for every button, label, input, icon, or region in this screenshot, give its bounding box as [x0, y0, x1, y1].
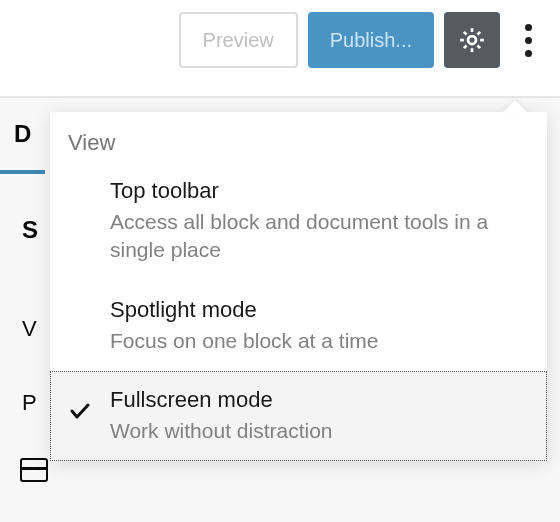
panel-section-s: S — [22, 216, 38, 244]
document-tab[interactable]: D — [0, 98, 45, 174]
gear-icon — [457, 25, 487, 55]
settings-button[interactable] — [444, 12, 500, 68]
menu-item-fullscreen-mode[interactable]: Fullscreen mode Work without distraction — [50, 371, 547, 461]
more-options-button[interactable] — [510, 12, 546, 68]
menu-item-spotlight-mode[interactable]: Spotlight mode Focus on one block at a t… — [50, 281, 547, 371]
svg-point-0 — [468, 36, 476, 44]
menu-item-desc: Work without distraction — [110, 417, 527, 445]
menu-item-desc: Access all block and document tools in a… — [110, 208, 527, 265]
preview-button[interactable]: Preview — [179, 12, 298, 68]
menu-item-title: Fullscreen mode — [110, 387, 527, 413]
menu-item-desc: Focus on one block at a time — [110, 327, 527, 355]
publish-button[interactable]: Publish... — [308, 12, 434, 68]
more-vertical-icon — [525, 24, 532, 57]
panel-section-p: P — [22, 390, 37, 416]
editor-toolbar: Preview Publish... — [0, 0, 560, 80]
panel-section-v: V — [22, 316, 37, 342]
menu-item-title: Spotlight mode — [110, 297, 527, 323]
options-menu: View Top toolbar Access all block and do… — [50, 112, 547, 461]
menu-item-top-toolbar[interactable]: Top toolbar Access all block and documen… — [50, 162, 547, 281]
menu-section-title: View — [50, 112, 547, 162]
check-icon — [68, 399, 92, 423]
menu-item-title: Top toolbar — [110, 178, 527, 204]
panel-box-icon — [20, 458, 48, 482]
